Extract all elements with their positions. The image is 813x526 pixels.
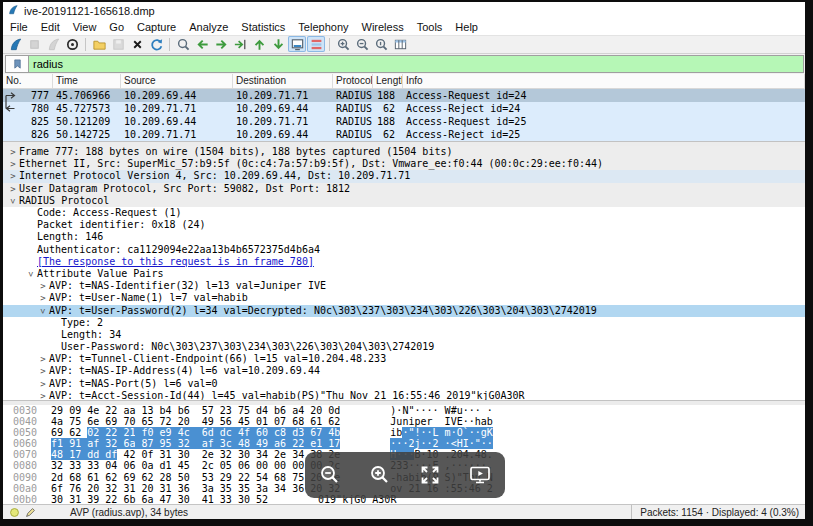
expander-closed-icon[interactable]: > — [7, 158, 19, 170]
go-forward-button[interactable] — [212, 36, 230, 52]
menu-tools[interactable]: Tools — [417, 21, 443, 33]
menu-view[interactable]: View — [73, 21, 97, 33]
zoom-reset-button[interactable] — [372, 36, 390, 52]
resize-columns-button[interactable] — [391, 36, 409, 52]
capture-comment-button[interactable] — [25, 507, 36, 518]
menu-telephony[interactable]: Telephony — [298, 21, 348, 33]
detail-row-14[interactable]: Type: 2 — [3, 317, 805, 329]
detail-row-8[interactable]: Authenticator: ca1129094e22aa13b4b657237… — [3, 244, 805, 256]
player-fullscreen-button[interactable] — [417, 462, 443, 488]
detail-row-15[interactable]: Length: 34 — [3, 329, 805, 341]
expander-open-icon[interactable]: > — [7, 195, 19, 207]
packet-row-780[interactable]: 78045.72757310.209.71.7110.209.69.44RADI… — [3, 102, 805, 115]
menu-go[interactable]: Go — [109, 21, 124, 33]
column-header-destination[interactable]: Destination — [233, 74, 333, 88]
expander-closed-icon[interactable]: > — [37, 292, 49, 304]
menu-file[interactable]: File — [10, 21, 28, 33]
start-capture-button[interactable] — [6, 36, 24, 52]
find-packet-button[interactable] — [174, 36, 192, 52]
close-file-button[interactable] — [128, 36, 146, 52]
filter-bookmark-button[interactable] — [5, 55, 29, 73]
zoom-out-button[interactable] — [353, 36, 371, 52]
player-presentation-button[interactable] — [467, 462, 493, 488]
capture-options-button[interactable] — [63, 36, 81, 52]
hex-row-0030[interactable]: 003029 09 4e 22 aa 13 b4 b6 57 23 75 d4 … — [13, 405, 805, 416]
packet-destination: 10.209.71.71 — [233, 89, 333, 102]
toolbar-separator — [169, 38, 170, 51]
detail-row-5[interactable]: Code: Access-Request (1) — [3, 207, 805, 219]
status-packet-counts: Packets: 1154 · Displayed: 4 (0.3%) — [631, 505, 799, 519]
hex-ascii: ···2j··2 ·<HI·"·· — [390, 438, 493, 449]
filter-value: radius — [33, 58, 63, 70]
expander-closed-icon[interactable]: > — [7, 183, 19, 195]
reload-file-button[interactable] — [147, 36, 165, 52]
detail-row-4[interactable]: >RADIUS Protocol — [3, 195, 805, 207]
column-header-no[interactable]: No. — [3, 74, 53, 88]
detail-row-6[interactable]: Packet identifier: 0x18 (24) — [3, 219, 805, 231]
go-first-button[interactable] — [250, 36, 268, 52]
go-back-button[interactable] — [193, 36, 211, 52]
column-header-info[interactable]: Info — [403, 74, 805, 88]
detail-row-11[interactable]: >AVP: t=NAS-Identifier(32) l=13 val=Juni… — [3, 280, 805, 292]
packet-no: 777 — [3, 89, 53, 102]
menu-edit[interactable]: Edit — [41, 21, 60, 33]
player-zoom-out-button[interactable] — [317, 462, 343, 488]
expander-closed-icon[interactable]: > — [37, 280, 49, 292]
packet-row-826[interactable]: 82650.14272510.209.71.7110.209.69.44RADI… — [3, 128, 805, 141]
expander-closed-icon[interactable]: > — [37, 365, 49, 377]
expander-closed-icon[interactable]: > — [37, 378, 49, 390]
detail-row-9[interactable]: [The response to this request is in fram… — [3, 256, 805, 268]
detail-row-12[interactable]: >AVP: t=User-Name(1) l=7 val=habib — [3, 292, 805, 304]
hex-row-0050[interactable]: 005069 62 02 22 21 f0 e9 4c 6d dc 4f 60 … — [13, 427, 805, 438]
expander-closed-icon[interactable]: > — [7, 170, 19, 182]
detail-row-20[interactable]: >AVP: t=Acct-Session-Id(44) l=45 val=hab… — [3, 390, 805, 400]
wireshark-logo-icon — [7, 4, 19, 18]
app-window: ive-20191121-165618.dmp FileEditViewGoCa… — [3, 2, 805, 519]
zoom-in-button[interactable] — [334, 36, 352, 52]
detail-row-19[interactable]: >AVP: t=NAS-Port(5) l=6 val=0 — [3, 378, 805, 390]
packet-row-825[interactable]: 82550.12120910.209.69.4410.209.71.71RADI… — [3, 115, 805, 128]
column-header-source[interactable]: Source — [121, 74, 233, 88]
column-header-protocol[interactable]: Protocol — [333, 74, 373, 88]
expander-closed-icon[interactable]: > — [37, 390, 49, 400]
detail-row-2[interactable]: >Internet Protocol Version 4, Src: 10.20… — [3, 170, 805, 182]
menu-capture[interactable]: Capture — [137, 21, 176, 33]
colorize-button[interactable] — [307, 36, 325, 52]
expander-closed-icon[interactable]: > — [37, 353, 49, 365]
colorize-icon — [309, 37, 324, 52]
go-to-packet-button[interactable] — [231, 36, 249, 52]
expert-info-button[interactable] — [9, 507, 20, 518]
detail-text: AVP: t=User-Password(2) l=34 val=Decrypt… — [49, 305, 597, 317]
detail-row-13[interactable]: >AVP: t=User-Password(2) l=34 val=Decryp… — [3, 305, 805, 317]
menu-analyze[interactable]: Analyze — [189, 21, 228, 33]
expander-closed-icon[interactable]: > — [7, 146, 19, 158]
auto-scroll-button[interactable] — [288, 36, 306, 52]
column-header-time[interactable]: Time — [53, 74, 121, 88]
packet-row-777[interactable]: 77745.70696610.209.69.4410.209.71.71RADI… — [3, 89, 805, 102]
column-header-length[interactable]: Length — [373, 74, 403, 88]
arrow-left-icon — [195, 37, 210, 52]
detail-row-10[interactable]: >Attribute Value Pairs — [3, 268, 805, 280]
detail-row-0[interactable]: >Frame 777: 188 bytes on wire (1504 bits… — [3, 146, 805, 158]
filter-input[interactable]: radius — [29, 55, 804, 73]
detail-row-1[interactable]: >Ethernet II, Src: SuperMic_57:b9:5f (0c… — [3, 158, 805, 170]
detail-row-17[interactable]: >AVP: t=Tunnel-Client-Endpoint(66) l=15 … — [3, 353, 805, 365]
main-toolbar — [3, 35, 805, 55]
menu-help[interactable]: Help — [455, 21, 478, 33]
expander-open-icon[interactable]: > — [25, 268, 37, 280]
go-last-button[interactable] — [269, 36, 287, 52]
title-bar[interactable]: ive-20191121-165618.dmp — [3, 2, 805, 20]
open-file-button[interactable] — [90, 36, 108, 52]
detail-row-3[interactable]: >User Datagram Protocol, Src Port: 59082… — [3, 183, 805, 195]
detail-row-16[interactable]: User-Password: N0c\303\237\303\234\303\2… — [3, 341, 805, 353]
detail-text: AVP: t=User-Name(1) l=7 val=habib — [49, 292, 248, 304]
hex-ascii: ib·"!··L m·O`··gK — [390, 427, 493, 438]
detail-row-18[interactable]: >AVP: t=NAS-IP-Address(4) l=6 val=10.209… — [3, 365, 805, 377]
menu-statistics[interactable]: Statistics — [241, 21, 285, 33]
menu-wireless[interactable]: Wireless — [362, 21, 404, 33]
hex-row-0040[interactable]: 00404a 75 6e 69 70 65 72 20 49 56 45 01 … — [13, 416, 805, 427]
player-zoom-in-button[interactable] — [367, 462, 393, 488]
detail-row-7[interactable]: Length: 146 — [3, 231, 805, 243]
hex-row-0060[interactable]: 0060f1 91 af 32 6a 87 95 32 af 3c 48 49 … — [13, 438, 805, 449]
expander-open-icon[interactable]: > — [37, 305, 49, 317]
